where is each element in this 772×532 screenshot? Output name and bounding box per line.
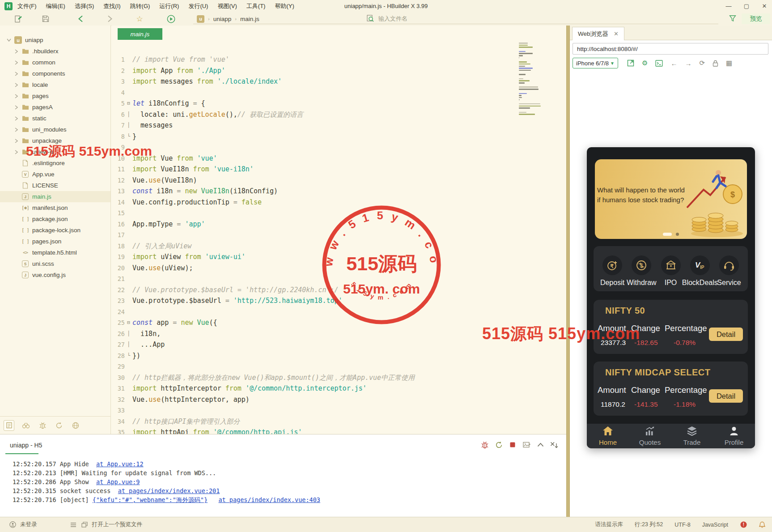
url-input[interactable]: http://localhost:8080/#/ bbox=[573, 43, 768, 55]
terminal-icon[interactable] bbox=[655, 60, 663, 67]
carousel-dots[interactable] bbox=[587, 233, 755, 236]
carousel-dot[interactable] bbox=[676, 233, 679, 236]
panel-splitter[interactable] bbox=[566, 26, 570, 517]
debug-icon[interactable] bbox=[481, 441, 489, 449]
tree-file-pages.json[interactable]: [ ]pages.json bbox=[0, 236, 110, 247]
device-selector[interactable]: iPhone 6/7/8 ▼ bbox=[573, 58, 618, 68]
breadcrumb-file[interactable]: main.js bbox=[240, 16, 259, 22]
nav-back-icon[interactable]: ← bbox=[670, 60, 677, 67]
log-link[interactable]: at App.vue:9 bbox=[96, 478, 140, 485]
tree-file-App.vue[interactable]: VApp.vue bbox=[0, 169, 110, 180]
collapse-icon[interactable] bbox=[536, 441, 544, 449]
gear-icon[interactable]: ⚙ bbox=[642, 59, 648, 67]
fold-marker[interactable]: ⊟ bbox=[125, 98, 132, 109]
quick-item-deposit[interactable]: ₹Deposit bbox=[602, 255, 622, 291]
language-label[interactable]: JavaScript bbox=[702, 522, 728, 528]
tree-root-uniapp[interactable]: uuniapp bbox=[0, 34, 110, 46]
screenshot-icon[interactable] bbox=[522, 441, 530, 449]
log-link[interactable]: {"kefu":"#","webname":"海外源码"} bbox=[93, 496, 208, 503]
minimap[interactable] bbox=[519, 43, 542, 116]
list-icon[interactable] bbox=[70, 521, 77, 528]
window-stack-icon[interactable] bbox=[81, 521, 88, 528]
open-prev-preview[interactable]: 打开上一个预览文件 bbox=[92, 521, 143, 528]
tree-file-main.js[interactable]: Jmain.js bbox=[0, 191, 110, 202]
tree-file-package-lock.json[interactable]: [ ]package-lock.json bbox=[0, 225, 110, 236]
tree-file-manifest.json[interactable]: [✱]manifest.json bbox=[0, 202, 110, 213]
apptab-trade[interactable]: Trade bbox=[671, 424, 713, 448]
explorer-files-icon[interactable] bbox=[4, 420, 14, 431]
preview-button[interactable]: 预览 bbox=[742, 13, 770, 24]
tree-folder-.hbuilderx[interactable]: .hbuilderx bbox=[0, 46, 110, 57]
restart-icon[interactable] bbox=[495, 441, 503, 449]
menu-item-5[interactable]: 运行(R) bbox=[159, 2, 179, 10]
apptab-home[interactable]: Home bbox=[587, 424, 629, 448]
menu-item-8[interactable]: 工具(T) bbox=[246, 2, 266, 10]
detail-button[interactable]: Detail bbox=[709, 328, 743, 341]
log-link[interactable]: at App.vue:12 bbox=[96, 460, 144, 468]
nav-forward-icon[interactable]: → bbox=[685, 60, 691, 67]
tree-folder-locale[interactable]: locale bbox=[0, 79, 110, 90]
apptab-profile[interactable]: Profile bbox=[713, 424, 755, 448]
browser-tab[interactable]: Web浏览器 ✕ bbox=[572, 27, 624, 40]
menu-item-1[interactable]: 编辑(E) bbox=[46, 2, 65, 10]
tree-folder-uni_modules[interactable]: uni_modules bbox=[0, 124, 110, 135]
reload-icon[interactable]: ⟳ bbox=[699, 59, 705, 67]
menu-item-0[interactable]: 文件(F) bbox=[17, 2, 37, 10]
tree-folder-components[interactable]: components bbox=[0, 68, 110, 79]
editor-tab-mainjs[interactable]: main.js bbox=[118, 28, 162, 40]
stop-icon[interactable] bbox=[509, 441, 517, 449]
user-icon[interactable] bbox=[9, 521, 16, 528]
login-status[interactable]: 未登录 bbox=[20, 521, 37, 528]
cursor-position[interactable]: 行:23 列:52 bbox=[635, 521, 663, 528]
tree-folder-pages[interactable]: pages bbox=[0, 90, 110, 102]
back-icon[interactable] bbox=[76, 14, 85, 23]
clear-log-icon[interactable] bbox=[550, 441, 558, 449]
quick-item-withdraw[interactable]: $Withdraw bbox=[632, 255, 651, 291]
bell-icon[interactable] bbox=[759, 521, 766, 528]
explorer-debug-icon[interactable] bbox=[38, 421, 47, 430]
explorer-search-icon[interactable] bbox=[21, 421, 31, 430]
maximize-button[interactable]: ▢ bbox=[743, 3, 750, 9]
syntax-lib-label[interactable]: 语法提示库 bbox=[595, 521, 623, 528]
log-link[interactable]: at pages/index/index.vue:403 bbox=[218, 496, 320, 503]
quick-item-blockdeals[interactable]: VIPBlockDeals bbox=[690, 255, 710, 291]
menu-item-7[interactable]: 视图(V) bbox=[217, 2, 237, 10]
tree-file-LICENSE[interactable]: LICENSE bbox=[0, 180, 110, 191]
tree-file-vue.config.js[interactable]: Jvue.config.js bbox=[0, 269, 110, 281]
save-icon[interactable] bbox=[41, 14, 50, 23]
explorer-refresh-icon[interactable] bbox=[54, 421, 64, 430]
quick-item-service[interactable]: Service bbox=[719, 255, 739, 291]
breadcrumb[interactable]: u › uniapp › main.js bbox=[197, 14, 259, 24]
tab-close-icon[interactable]: ✕ bbox=[614, 30, 619, 37]
menu-item-2[interactable]: 选择(S) bbox=[75, 2, 94, 10]
minimize-button[interactable]: — bbox=[725, 3, 732, 9]
menu-item-6[interactable]: 发行(U) bbox=[188, 2, 208, 10]
encoding-label[interactable]: UTF-8 bbox=[674, 522, 690, 528]
quick-item-ipo[interactable]: IPO bbox=[661, 255, 681, 291]
star-icon[interactable]: ☆ bbox=[135, 14, 144, 23]
file-search-input[interactable]: 输入文件名 bbox=[367, 14, 407, 24]
new-file-icon[interactable] bbox=[13, 14, 22, 23]
tree-folder-static[interactable]: static bbox=[0, 113, 110, 124]
tree-file-template.h5.html[interactable]: <>template.h5.html bbox=[0, 247, 110, 258]
log-link[interactable]: at pages/index/index.vue:201 bbox=[118, 487, 220, 494]
explorer-globe-icon[interactable] bbox=[71, 421, 81, 430]
banner-card[interactable]: What will happen to the world if humans … bbox=[595, 159, 747, 239]
close-button[interactable]: ✕ bbox=[761, 3, 768, 9]
open-external-icon[interactable] bbox=[627, 60, 634, 67]
tree-file-uni.scss[interactable]: Suni.scss bbox=[0, 258, 110, 269]
detail-button[interactable]: Detail bbox=[709, 389, 743, 403]
menu-item-3[interactable]: 查找(I) bbox=[103, 2, 120, 10]
tree-file-package.json[interactable]: [ ]package.json bbox=[0, 213, 110, 225]
console-tab[interactable]: uniapp - H5 bbox=[10, 442, 42, 449]
apptab-quotes[interactable]: Quotes bbox=[629, 424, 671, 448]
filter-icon[interactable] bbox=[729, 15, 736, 24]
tree-folder-pagesA[interactable]: pagesA bbox=[0, 102, 110, 113]
carousel-dot-active[interactable] bbox=[663, 233, 672, 236]
run-icon[interactable] bbox=[166, 14, 175, 23]
breadcrumb-project[interactable]: uniapp bbox=[213, 16, 232, 22]
qr-icon[interactable]: ▦ bbox=[726, 59, 732, 67]
tree-folder-common[interactable]: common bbox=[0, 57, 110, 68]
fold-marker[interactable]: ⊟ bbox=[125, 317, 132, 328]
menu-item-9[interactable]: 帮助(Y) bbox=[275, 2, 294, 10]
